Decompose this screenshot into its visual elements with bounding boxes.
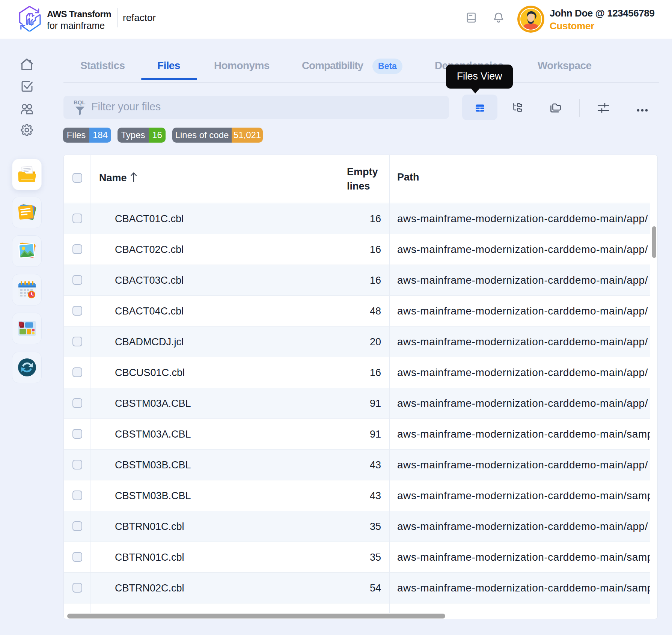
svg-text:BQL: BQL	[74, 99, 86, 105]
